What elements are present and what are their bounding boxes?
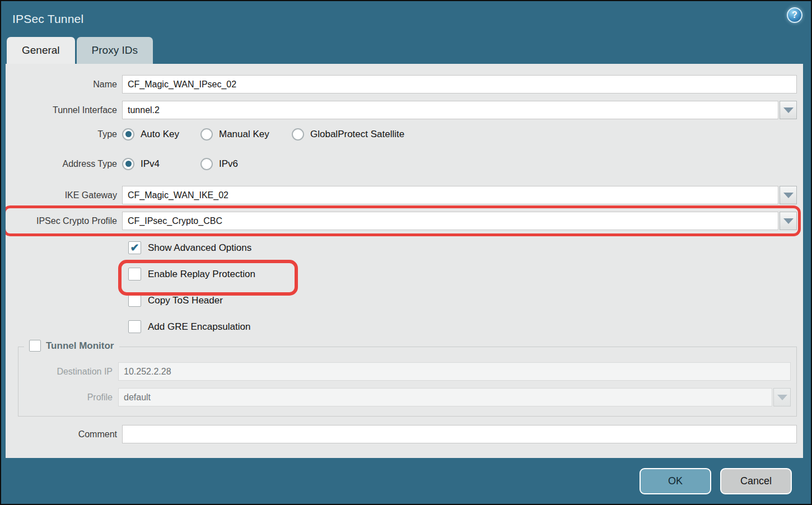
- ike-gateway-row: IKE Gateway: [6, 186, 797, 204]
- name-row: Name: [6, 75, 797, 93]
- enable-replay-protection-label: Enable Replay Protection: [148, 269, 255, 280]
- address-type-option-ipv4: IPv4: [122, 158, 200, 170]
- globalprotect-satellite-radio[interactable]: [292, 128, 304, 141]
- type-option-manual-key: Manual Key: [200, 128, 292, 141]
- dialog-footer: OK Cancel: [1, 458, 811, 504]
- ipsec-crypto-profile-input[interactable]: [122, 212, 778, 230]
- help-glyph: ?: [792, 10, 797, 20]
- comment-label: Comment: [6, 429, 122, 439]
- destination-ip-label: Destination IP: [18, 367, 118, 377]
- tab-proxy-ids-label: Proxy IDs: [92, 44, 138, 57]
- chevron-down-icon: [783, 107, 794, 113]
- tunnel-interface-dropdown-button[interactable]: [780, 101, 797, 119]
- ipsec-tunnel-dialog: IPSec Tunnel ? General Proxy IDs Name Tu…: [0, 0, 812, 505]
- tab-bar: General Proxy IDs: [1, 37, 811, 64]
- ipsec-crypto-profile-dropdown-button[interactable]: [780, 212, 797, 230]
- cancel-button-label: Cancel: [740, 475, 772, 487]
- comment-row: Comment: [6, 425, 797, 443]
- ok-button[interactable]: OK: [640, 468, 711, 494]
- type-option-auto-key: Auto Key: [122, 128, 200, 141]
- show-advanced-options-label: Show Advanced Options: [148, 242, 251, 254]
- ipv4-radio[interactable]: [122, 158, 134, 170]
- tab-proxy-ids[interactable]: Proxy IDs: [77, 37, 153, 64]
- name-label: Name: [6, 80, 122, 90]
- enable-replay-protection-checkbox[interactable]: [128, 268, 141, 280]
- add-gre-encapsulation-row: Add GRE Encapsulation: [128, 320, 803, 333]
- ok-button-label: OK: [668, 475, 683, 487]
- title-bar: IPSec Tunnel ?: [1, 1, 811, 37]
- manual-key-label: Manual Key: [219, 129, 278, 140]
- manual-key-radio[interactable]: [200, 128, 213, 141]
- enable-replay-protection-row: Enable Replay Protection: [128, 268, 803, 280]
- copy-tos-header-row: Copy ToS Header: [128, 294, 803, 307]
- cancel-button[interactable]: Cancel: [720, 468, 792, 494]
- profile-row: Profile: [18, 388, 791, 406]
- ipv6-radio[interactable]: [200, 158, 213, 170]
- add-gre-encapsulation-label: Add GRE Encapsulation: [148, 321, 250, 333]
- help-icon[interactable]: ?: [787, 7, 802, 23]
- chevron-down-icon: [783, 193, 794, 198]
- chevron-down-icon: [777, 395, 787, 400]
- tunnel-interface-input[interactable]: [122, 101, 778, 119]
- globalprotect-satellite-label: GlobalProtect Satellite: [310, 129, 413, 140]
- ike-gateway-label: IKE Gateway: [6, 190, 122, 200]
- address-type-row: Address Type IPv4 IPv6: [6, 156, 797, 171]
- copy-tos-header-checkbox[interactable]: [128, 294, 141, 307]
- address-type-label: Address Type: [6, 159, 122, 169]
- destination-ip-input: [118, 362, 791, 381]
- tab-general[interactable]: General: [7, 37, 75, 64]
- tunnel-monitor-checkbox[interactable]: [29, 340, 41, 352]
- comment-input[interactable]: [122, 425, 797, 443]
- tunnel-monitor-legend: Tunnel Monitor: [24, 340, 119, 352]
- ipsec-crypto-profile-label: IPSec Crypto Profile: [6, 216, 122, 226]
- profile-input: [118, 388, 772, 406]
- type-label: Type: [6, 129, 122, 139]
- ipsec-crypto-profile-row: IPSec Crypto Profile: [6, 212, 797, 230]
- tunnel-monitor-label: Tunnel Monitor: [46, 340, 114, 352]
- show-advanced-options-row: ✔ Show Advanced Options: [128, 241, 803, 254]
- check-icon: ✔: [130, 242, 139, 253]
- show-advanced-options-checkbox[interactable]: ✔: [128, 241, 141, 254]
- address-type-option-ipv6: IPv6: [200, 158, 279, 170]
- add-gre-encapsulation-checkbox[interactable]: [128, 320, 141, 333]
- auto-key-radio[interactable]: [122, 128, 134, 141]
- ike-gateway-input[interactable]: [122, 186, 778, 204]
- tunnel-interface-label: Tunnel Interface: [6, 105, 122, 115]
- type-option-globalprotect-satellite: GlobalProtect Satellite: [292, 128, 413, 141]
- tab-general-label: General: [22, 44, 60, 57]
- profile-label: Profile: [18, 392, 118, 403]
- ike-gateway-dropdown-button[interactable]: [780, 186, 797, 204]
- ipv4-label: IPv4: [141, 158, 169, 170]
- auto-key-label: Auto Key: [141, 129, 188, 140]
- name-input[interactable]: [122, 75, 797, 93]
- destination-ip-row: Destination IP: [18, 362, 791, 381]
- dialog-title: IPSec Tunnel: [12, 12, 83, 26]
- profile-dropdown-button: [773, 388, 791, 406]
- general-tab-panel: Name Tunnel Interface Type Auto Key Manu…: [6, 64, 803, 458]
- type-row: Type Auto Key Manual Key GlobalProtect S…: [6, 127, 797, 142]
- copy-tos-header-label: Copy ToS Header: [148, 295, 223, 306]
- ipv6-label: IPv6: [219, 158, 247, 170]
- chevron-down-icon: [783, 218, 794, 224]
- tunnel-monitor-group: Tunnel Monitor Destination IP Profile: [18, 347, 797, 417]
- tunnel-interface-row: Tunnel Interface: [6, 101, 797, 119]
